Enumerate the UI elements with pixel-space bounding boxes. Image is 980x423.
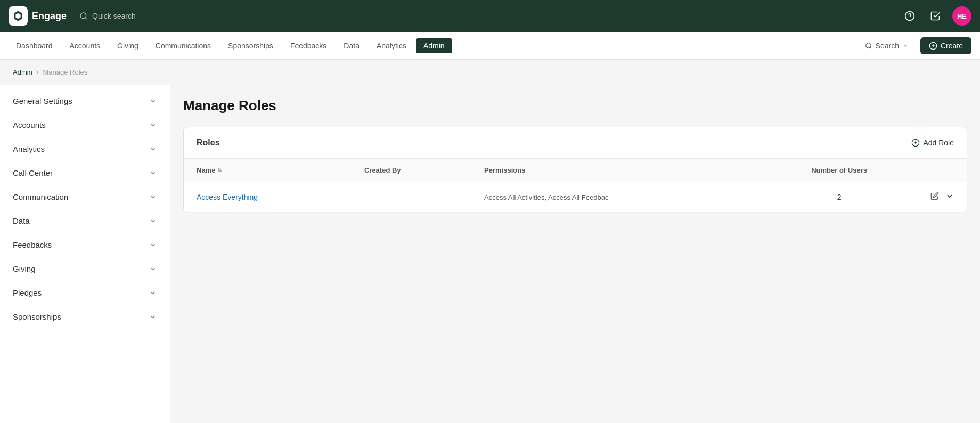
nav-right: Search Create — [860, 37, 971, 54]
sidebar-item-label: Pledges — [13, 288, 42, 297]
sidebar-item-analytics[interactable]: Analytics — [0, 137, 170, 161]
chevron-down-icon — [149, 169, 157, 177]
sidebar-item-data[interactable]: Data — [0, 209, 170, 233]
roles-table: Name ⇅ Created By Permissions Number of … — [184, 159, 967, 213]
sort-icon: ⇅ — [217, 167, 222, 173]
sidebar-item-label: General Settings — [13, 96, 72, 105]
sidebar-item-label: Sponsorships — [13, 312, 61, 321]
search-nav-icon — [865, 42, 872, 50]
roles-header: Roles Add Role — [184, 127, 967, 159]
nav-item-accounts[interactable]: Accounts — [62, 38, 108, 53]
user-avatar[interactable]: HE — [952, 6, 971, 26]
main-layout: General Settings Accounts Analytics — [0, 85, 980, 423]
secondary-nav: Dashboard Accounts Giving Communications… — [0, 32, 980, 60]
app-name: Engage — [32, 11, 67, 22]
expand-row-icon[interactable] — [945, 192, 954, 202]
page-title: Manage Roles — [183, 97, 967, 114]
row-name[interactable]: Access Everything — [184, 182, 352, 213]
search-chevron-icon — [902, 43, 909, 49]
row-actions — [930, 192, 954, 202]
nav-item-data[interactable]: Data — [336, 38, 367, 53]
sidebar-item-communication[interactable]: Communication — [0, 185, 170, 209]
edit-icon[interactable] — [930, 192, 939, 202]
row-actions-cell — [918, 182, 967, 213]
sidebar-item-call-center[interactable]: Call Center — [0, 161, 170, 185]
chevron-down-icon — [149, 217, 157, 225]
chevron-down-icon — [149, 241, 157, 249]
sidebar-item-label: Giving — [13, 264, 36, 273]
logo-icon — [9, 6, 28, 26]
sidebar-item-general-settings[interactable]: General Settings — [0, 89, 170, 113]
svg-point-3 — [865, 43, 870, 47]
create-plus-icon — [929, 42, 937, 50]
topbar-right: HE — [901, 6, 971, 26]
nav-item-admin[interactable]: Admin — [416, 38, 452, 53]
chevron-down-icon — [149, 289, 157, 297]
sidebar-item-giving[interactable]: Giving — [0, 257, 170, 281]
nav-item-analytics[interactable]: Analytics — [369, 38, 414, 53]
nav-item-sponsorships[interactable]: Sponsorships — [220, 38, 281, 53]
add-role-button[interactable]: Add Role — [911, 139, 954, 147]
table-row: Access Everything Access All Activities,… — [184, 182, 967, 213]
main-content: Manage Roles Roles Add Role Name — [170, 85, 980, 423]
breadcrumb-separator: / — [37, 68, 39, 76]
add-role-label: Add Role — [923, 139, 954, 147]
col-actions — [918, 159, 967, 182]
breadcrumb: Admin / Manage Roles — [0, 60, 980, 85]
add-role-icon — [911, 139, 920, 147]
sidebar-item-label: Accounts — [13, 120, 46, 129]
top-bar: Engage Quick search HE — [0, 0, 980, 32]
chevron-down-icon — [149, 313, 157, 321]
col-permissions: Permissions — [471, 159, 761, 182]
create-button[interactable]: Create — [920, 37, 971, 54]
sidebar-item-label: Analytics — [13, 144, 45, 153]
sidebar-item-pledges[interactable]: Pledges — [0, 281, 170, 305]
breadcrumb-current: Manage Roles — [43, 68, 87, 76]
app-logo[interactable]: Engage — [9, 6, 67, 26]
row-num-users: 2 — [761, 182, 918, 213]
search-label: Search — [876, 42, 899, 50]
chevron-down-icon — [149, 97, 157, 105]
nav-item-giving[interactable]: Giving — [110, 38, 146, 53]
sidebar-item-label: Data — [13, 216, 30, 225]
admin-sidebar: General Settings Accounts Analytics — [0, 85, 170, 423]
chevron-down-icon — [149, 121, 157, 129]
quick-search-label: Quick search — [92, 12, 136, 20]
row-permissions: Access All Activities, Access All Feedba… — [471, 182, 761, 213]
breadcrumb-admin[interactable]: Admin — [13, 68, 32, 76]
sidebar-item-sponsorships[interactable]: Sponsorships — [0, 305, 170, 329]
create-label: Create — [941, 42, 963, 50]
roles-card: Roles Add Role Name ⇅ — [183, 127, 967, 213]
col-num-users: Number of Users — [761, 159, 918, 182]
col-name[interactable]: Name ⇅ — [184, 159, 352, 182]
sidebar-item-label: Call Center — [13, 168, 53, 177]
chevron-down-icon — [149, 145, 157, 153]
nav-item-dashboard[interactable]: Dashboard — [9, 38, 60, 53]
chevron-down-icon — [149, 193, 157, 201]
nav-item-feedbacks[interactable]: Feedbacks — [283, 38, 334, 53]
svg-point-0 — [80, 13, 86, 19]
sidebar-item-feedbacks[interactable]: Feedbacks — [0, 233, 170, 257]
chevron-down-icon — [149, 265, 157, 273]
row-created-by — [352, 182, 471, 213]
search-icon — [79, 12, 88, 20]
sidebar-item-accounts[interactable]: Accounts — [0, 113, 170, 137]
roles-section-title: Roles — [197, 138, 220, 148]
help-icon-btn[interactable] — [901, 7, 918, 25]
col-created-by: Created By — [352, 159, 471, 182]
sidebar-item-label: Feedbacks — [13, 240, 52, 249]
search-button[interactable]: Search — [860, 38, 914, 53]
sidebar-item-label: Communication — [13, 192, 68, 201]
tasks-icon-btn[interactable] — [927, 7, 944, 25]
nav-item-communications[interactable]: Communications — [148, 38, 218, 53]
quick-search[interactable]: Quick search — [79, 12, 136, 20]
